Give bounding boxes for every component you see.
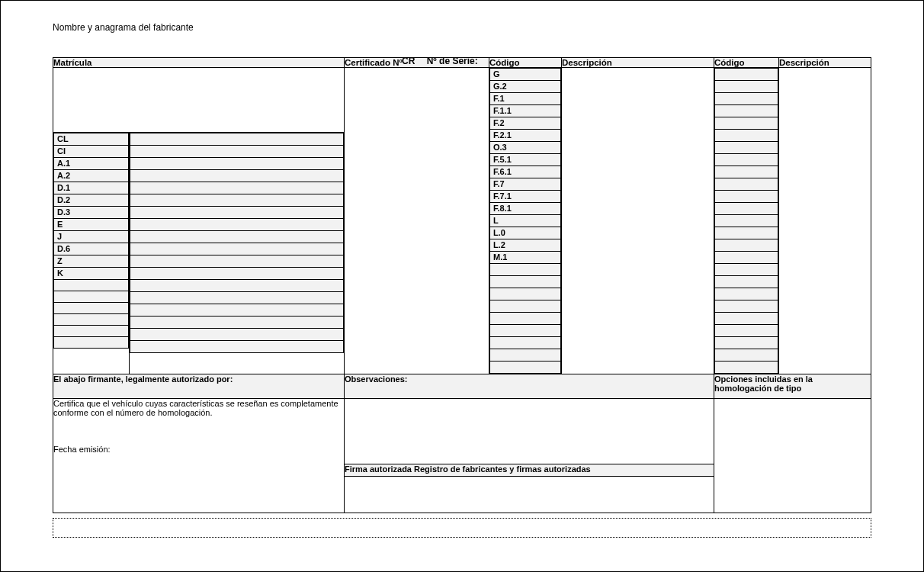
left-code-cell — [54, 303, 129, 314]
footer-fecha: Fecha emisión: — [53, 445, 344, 454]
left-code-cell: D.2 — [54, 194, 129, 207]
mid-code-cell — [489, 349, 560, 362]
left-code-cell: A.1 — [54, 158, 129, 170]
left-code-value — [130, 133, 344, 146]
serial-line: CR Nº de Serie: — [402, 56, 478, 66]
left-code-value — [130, 182, 344, 194]
right-code-cell — [714, 239, 778, 252]
right-code-cell — [714, 191, 778, 203]
certificado-blank — [344, 68, 489, 374]
right-code-cell — [714, 105, 778, 117]
left-code-value — [130, 304, 344, 317]
serial-cr: CR — [402, 56, 415, 66]
mid-code-cell: F.7.1 — [489, 191, 560, 203]
left-code-value — [130, 341, 344, 353]
right-code-cell — [714, 313, 778, 325]
right-code-cell — [714, 215, 778, 227]
right-code-cell — [714, 117, 778, 130]
mid-code-cell: G — [489, 69, 560, 81]
right-code-cell — [714, 93, 778, 105]
left-code-cell: Z — [54, 255, 129, 268]
left-code-value — [130, 158, 344, 170]
hdr-descripcion-1: Descripción — [561, 58, 714, 68]
footer-cert-cell: Certifica que el vehículo cuyas caracter… — [53, 399, 345, 513]
mid-code-cell: F.8.1 — [489, 203, 560, 215]
mid-code-cell — [489, 313, 560, 325]
right-code-cell — [714, 178, 778, 191]
right-code-cell — [714, 142, 778, 154]
left-code-value — [130, 170, 344, 182]
mid-codes-col: GG.2F.1F.1.1F.2F.2.1O.3F.5.1F.6.1F.7F.7.… — [489, 68, 561, 374]
mid-code-cell: F.1.1 — [489, 105, 560, 117]
form-table: Matrícula Certificado Nº Código Descripc… — [53, 57, 871, 513]
left-code-value — [130, 231, 344, 243]
mid-code-cell: F.2 — [489, 117, 560, 130]
left-code-value — [130, 243, 344, 255]
mid-code-cell: F.7 — [489, 178, 560, 191]
hdr-codigo-2: Código — [714, 58, 778, 68]
right-code-cell — [714, 288, 778, 300]
left-code-cell — [54, 291, 129, 303]
right-code-cell — [714, 349, 778, 362]
left-code-cell: D.6 — [54, 243, 129, 255]
left-code-cell: D.1 — [54, 182, 129, 194]
left-code-cell: CL — [54, 133, 129, 146]
right-code-cell — [714, 81, 778, 93]
mid-code-cell: G.2 — [489, 81, 560, 93]
left-code-value — [130, 194, 344, 207]
right-code-cell — [714, 203, 778, 215]
left-code-value — [130, 219, 344, 231]
right-code-cell — [714, 227, 778, 239]
mid-code-cell — [489, 264, 560, 276]
footer-signer-hdr: El abajo firmante, legalmente autorizado… — [53, 374, 345, 399]
mid-code-cell: F.1 — [489, 93, 560, 105]
right-code-cell — [714, 166, 778, 178]
right-code-cell — [714, 300, 778, 313]
mid-code-cell: F.6.1 — [489, 166, 560, 178]
left-code-cell — [54, 337, 129, 349]
footer-opts-body — [714, 399, 871, 513]
left-code-cell: J — [54, 231, 129, 243]
mid-code-cell — [489, 337, 560, 349]
footer-obs-hdr: Observaciones: — [344, 374, 714, 399]
footer-certifies: Certifica que el vehículo cuyas caracter… — [53, 399, 344, 417]
left-code-cell: K — [54, 268, 129, 280]
left-code-value — [130, 146, 344, 158]
left-code-cell: CI — [54, 146, 129, 158]
mid-code-cell: F.5.1 — [489, 154, 560, 166]
footer-obs-body — [344, 399, 714, 464]
serial-label: Nº de Serie: — [427, 56, 478, 66]
footer-opts-hdr: Opciones incluidas en la homologación de… — [714, 374, 871, 399]
mid-code-cell: L.2 — [489, 239, 560, 252]
mid-code-cell: L.0 — [489, 227, 560, 239]
right-codes-col — [714, 68, 778, 374]
mid-code-cell: M.1 — [489, 252, 560, 264]
left-code-value — [130, 268, 344, 280]
right-code-cell — [714, 154, 778, 166]
mid-desc-blank — [561, 68, 714, 374]
right-code-cell — [714, 69, 778, 81]
left-code-value — [130, 280, 344, 292]
right-code-cell — [714, 276, 778, 288]
mid-code-cell — [489, 325, 560, 337]
left-code-cell: A.2 — [54, 170, 129, 182]
right-desc-blank — [778, 68, 871, 374]
left-code-value — [130, 207, 344, 219]
mid-code-cell — [489, 288, 560, 300]
left-code-value — [130, 329, 344, 341]
mid-code-cell — [489, 276, 560, 288]
mid-code-cell — [489, 300, 560, 313]
hdr-matricula: Matrícula — [53, 58, 345, 68]
left-code-cell — [54, 314, 129, 326]
right-code-cell — [714, 362, 778, 374]
matricula-blank — [53, 68, 345, 133]
footer-firma-body — [344, 477, 714, 513]
right-code-cell — [714, 252, 778, 264]
hdr-descripcion-2: Descripción — [778, 58, 871, 68]
left-codes-values — [130, 133, 345, 374]
right-code-cell — [714, 337, 778, 349]
footer-firma-hdr: Firma autorizada Registro de fabricantes… — [344, 464, 714, 477]
hdr-codigo-1: Código — [489, 58, 561, 68]
left-code-value — [130, 317, 344, 329]
dotted-footer — [53, 518, 871, 538]
